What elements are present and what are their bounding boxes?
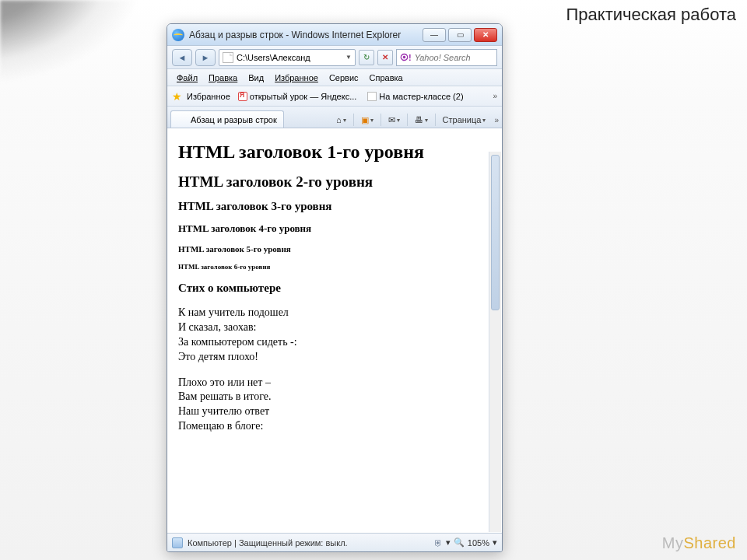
scrollbar-thumb[interactable] — [491, 155, 500, 310]
tab-bar: Абзац и разрыв строк ⌂▾ ▣▾ ✉▾ 🖶▾ Страниц… — [167, 107, 502, 128]
zoom-dropdown-icon[interactable]: ▾ — [493, 537, 497, 548]
minimize-button[interactable]: — — [423, 28, 446, 42]
favorites-label: Избранное — [187, 92, 230, 101]
read-mail-button[interactable]: ✉▾ — [385, 112, 403, 128]
favorite-link-2[interactable]: На мастер-классе (2) — [364, 90, 466, 103]
slide-title: Практическая работа — [566, 5, 736, 25]
forward-button[interactable]: ► — [195, 49, 216, 66]
favorites-bar: ★ Избранное открытый урок — Яндекс... На… — [167, 86, 502, 107]
zone-dropdown-icon[interactable]: ▾ — [446, 537, 451, 548]
separator — [353, 114, 354, 126]
poem-stanza-2: Плохо это или нет – Вам решать в итоге. … — [178, 376, 491, 435]
home-button[interactable]: ⌂▾ — [333, 112, 349, 128]
heading-3: HTML заголовок 3-го уровня — [178, 200, 491, 213]
page-content: HTML заголовок 1-го уровня HTML заголово… — [167, 128, 502, 533]
yandex-icon — [238, 92, 247, 101]
page-menu-label: Страница — [443, 115, 482, 124]
rss-icon: ▣ — [361, 115, 369, 125]
address-bar[interactable]: C:\Users\Александ ▼ — [219, 49, 356, 66]
menu-help[interactable]: Справка — [365, 72, 408, 84]
heading-2: HTML заголовок 2-го уровня — [178, 173, 491, 191]
separator — [407, 114, 408, 126]
page-icon — [367, 92, 377, 101]
home-icon: ⌂ — [336, 115, 342, 124]
yahoo-search-icon: ⦿! — [400, 53, 412, 62]
menu-view[interactable]: Вид — [244, 72, 268, 84]
menu-tools[interactable]: Сервис — [324, 72, 363, 84]
search-input[interactable] — [415, 53, 493, 62]
protected-mode-off-icon[interactable]: ⛨ — [434, 538, 443, 548]
maximize-button[interactable]: ▭ — [448, 28, 472, 42]
heading-4: HTML заголовок 4-го уровня — [178, 222, 491, 235]
menu-edit[interactable]: Правка — [204, 72, 242, 84]
computer-zone-icon — [172, 537, 183, 548]
favorites-star-icon[interactable]: ★ — [172, 90, 182, 103]
menu-favorites[interactable]: Избранное — [270, 72, 323, 84]
navigation-bar: ◄ ► C:\Users\Александ ▼ ↻ ✕ ⦿! — [167, 46, 502, 69]
menu-bar: Файл Правка Вид Избранное Сервис Справка — [167, 69, 502, 86]
address-dropdown-icon[interactable]: ▼ — [345, 54, 352, 61]
separator — [381, 114, 381, 126]
watermark: MyShared — [662, 534, 736, 552]
menu-file[interactable]: Файл — [172, 72, 202, 84]
stop-button[interactable]: ✕ — [377, 50, 393, 65]
toolbar-overflow-icon[interactable]: » — [494, 116, 499, 124]
heading-1: HTML заголовок 1-го уровня — [178, 142, 491, 163]
address-text: C:\Users\Александ — [237, 53, 310, 62]
feeds-button[interactable]: ▣▾ — [358, 112, 377, 128]
status-text: Компьютер | Защищенный режим: выкл. — [188, 538, 348, 548]
close-button[interactable]: ✕ — [474, 28, 497, 42]
favorite-link-1[interactable]: открытый урок — Яндекс... — [235, 90, 360, 103]
window-titlebar[interactable]: Абзац и разрыв строк - Windows Internet … — [167, 24, 502, 46]
favorites-overflow-icon[interactable]: » — [493, 92, 497, 100]
status-bar: Компьютер | Защищенный режим: выкл. ⛨ ▾ … — [167, 533, 502, 551]
search-box[interactable]: ⦿! — [396, 49, 497, 66]
mail-icon: ✉ — [388, 115, 395, 125]
favorite-link-2-label: На мастер-классе (2) — [379, 92, 463, 101]
heading-6: HTML заголовок 6-го уровня — [178, 263, 491, 271]
page-menu-button[interactable]: Страница ▾ — [440, 112, 489, 128]
vertical-scrollbar[interactable] — [489, 152, 501, 532]
document-icon — [223, 52, 233, 63]
tab-title: Абзац и разрыв строк — [191, 115, 277, 124]
back-button[interactable]: ◄ — [172, 49, 192, 66]
tab-favicon-icon — [177, 114, 188, 124]
poem-stanza-1: К нам учитель подошел И сказал, заохав: … — [178, 306, 491, 365]
favorite-link-1-label: открытый урок — Яндекс... — [250, 92, 357, 101]
print-button[interactable]: 🖶▾ — [412, 112, 431, 128]
ie-logo-icon — [172, 29, 184, 41]
zoom-level: 105% — [468, 538, 489, 548]
active-tab[interactable]: Абзац и разрыв строк — [170, 110, 284, 128]
refresh-button[interactable]: ↻ — [359, 50, 374, 65]
separator — [435, 114, 436, 126]
zoom-icon[interactable]: 🔍 — [454, 537, 465, 548]
ie-window: Абзац и разрыв строк - Windows Internet … — [167, 23, 503, 552]
print-icon: 🖶 — [415, 115, 423, 124]
window-title-text: Абзац и разрыв строк - Windows Internet … — [189, 30, 401, 40]
heading-5: HTML заголовок 5-го уровня — [178, 244, 491, 254]
subtitle: Стих о компьютере — [178, 282, 491, 295]
